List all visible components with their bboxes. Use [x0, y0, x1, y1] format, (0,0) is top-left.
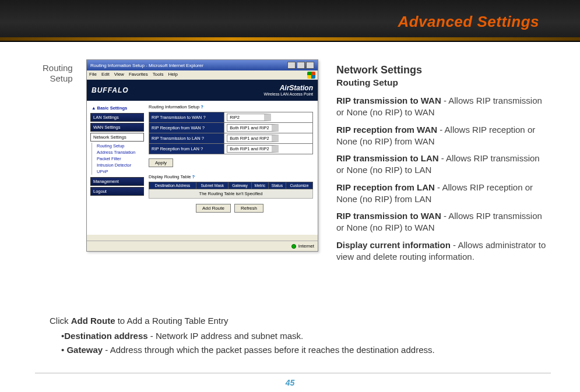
desc-subtitle: Routing Setup	[336, 77, 549, 89]
triangle-icon: ▲	[92, 105, 96, 111]
routing-table-heading-text: Display Routing Table	[149, 174, 191, 179]
close-button[interactable]	[306, 62, 314, 69]
page-header-band: Advanced Settings	[0, 0, 580, 42]
desc-item-rip-rx-lan: RIP reception from LAN - Allows RIP rece…	[336, 182, 549, 206]
sidebar-sub-address-translation[interactable]: Address Translation	[92, 149, 144, 156]
col-subnet: Subnet Mask	[196, 182, 229, 189]
help-icon[interactable]: ?	[201, 104, 203, 110]
caption-line-1: Routing	[43, 63, 73, 73]
desc-item-display: Display current information - Allows adm…	[336, 239, 549, 263]
sidebar-heading-text: Basic Settings	[97, 105, 128, 111]
help-icon[interactable]: ?	[202, 136, 204, 141]
status-text: Internet	[298, 243, 314, 249]
menu-tools[interactable]: Tools	[153, 72, 164, 78]
bottom-bullet-destination: •Destination address - Network IP addres…	[61, 330, 551, 342]
caption-line-2: Setup	[50, 73, 73, 83]
rip-label-lan-tx: RIP Transmission to LAN ?	[149, 133, 224, 144]
page-number: 45	[0, 378, 580, 387]
brand-buffalo: BUFFALO	[92, 86, 129, 94]
desc-item-rip-rx-wan: RIP reception from WAN - Allows RIP rece…	[336, 124, 549, 148]
col-destination: Destination Address	[149, 182, 196, 189]
menu-help[interactable]: Help	[168, 72, 177, 78]
desc-item-rip-tx-lan: RIP transmission to LAN - Allows RIP tra…	[336, 153, 549, 176]
footer-divider	[35, 373, 551, 373]
panel-heading-text: Routing Information Setup	[149, 104, 199, 110]
routing-table: Destination Address Subnet Mask Gateway …	[149, 182, 313, 199]
rip-select-wan-rx[interactable]: Both RIP1 and RIP2	[227, 124, 279, 132]
screenshot-caption: Routing Setup	[43, 63, 73, 84]
sidebar-sub-intrusion-detector[interactable]: Intrusion Detector	[92, 162, 144, 168]
bottom-line-1: Click Add Route to Add a Routing Table E…	[50, 315, 551, 327]
rip-select-lan-tx[interactable]: Both RIP1 and RIP2	[227, 135, 279, 142]
bottom-bullet-gateway: • Gateway - Address through which the pa…	[61, 344, 551, 356]
main-panel: Routing Information Setup ? RIP Transmis…	[146, 101, 318, 235]
sidebar-item-lan-settings[interactable]: LAN Settings	[90, 113, 144, 122]
maximize-button[interactable]	[297, 62, 305, 69]
help-icon[interactable]: ?	[202, 125, 205, 130]
sidebar-item-management[interactable]: Management	[90, 177, 144, 186]
menu-file[interactable]: File	[89, 72, 97, 78]
desc-item-rip-tx-wan-2: RIP transmission to WAN - Allows RIP tra…	[336, 210, 549, 234]
window-titlebar: Routing Information Setup - Microsoft In…	[87, 60, 318, 70]
rip-label-wan-rx: RIP Reception from WAN ?	[149, 123, 224, 133]
sidebar-heading[interactable]: ▲ Basic Settings	[92, 105, 144, 111]
browser-statusbar: Internet	[87, 241, 318, 251]
rip-select-lan-rx[interactable]: Both RIP1 and RIP2	[227, 145, 279, 153]
col-customize: Customize	[286, 182, 313, 189]
add-route-button[interactable]: Add Route	[196, 204, 231, 213]
desc-title: Network Settings	[336, 63, 549, 77]
bottom-instructions: Click Add Route to Add a Routing Table E…	[50, 315, 551, 357]
window-buttons[interactable]	[287, 62, 314, 69]
help-icon[interactable]: ?	[203, 115, 205, 120]
brand-airstation: AirStation Wireless LAN Access Point	[264, 84, 313, 97]
window-title: Routing Information Setup - Microsoft In…	[90, 63, 203, 68]
admin-body: ▲ Basic Settings LAN Settings WAN Settin…	[87, 101, 318, 235]
sidebar-item-wan-settings[interactable]: WAN Settings	[90, 123, 144, 132]
rip-label-wan-tx: RIP Transmission to WAN ?	[149, 112, 224, 123]
desc-item-rip-tx-wan: RIP transmission to WAN - Allows RIP tra…	[336, 95, 549, 119]
help-icon[interactable]: ?	[201, 146, 203, 151]
routing-table-empty: The Routing Table isn't Specified	[149, 189, 313, 199]
menu-view[interactable]: View	[114, 72, 124, 78]
apply-button[interactable]: Apply	[149, 158, 173, 167]
rip-select-wan-tx[interactable]: RIP2	[227, 114, 271, 121]
sidebar: ▲ Basic Settings LAN Settings WAN Settin…	[87, 101, 146, 235]
help-icon[interactable]: ?	[192, 174, 195, 179]
windows-flag-icon	[307, 72, 315, 79]
sidebar-item-logout[interactable]: Logout	[90, 187, 144, 196]
screenshot-router-admin: Routing Information Setup - Microsoft In…	[86, 59, 318, 252]
refresh-button[interactable]: Refresh	[234, 204, 263, 213]
menu-edit[interactable]: Edit	[101, 72, 110, 78]
internet-zone-icon	[291, 244, 296, 249]
sidebar-sub-packet-filter[interactable]: Packet Filter	[92, 156, 144, 162]
col-gateway: Gateway	[229, 182, 251, 189]
rip-label-lan-rx: RIP Reception from LAN ?	[149, 144, 224, 154]
sidebar-sub-upnp[interactable]: UPnP	[92, 168, 144, 175]
rip-settings-table: RIP Transmission to WAN ? RIP2 RIP Recep…	[149, 112, 313, 154]
description-column: Network Settings Routing Setup RIP trans…	[336, 63, 549, 268]
menu-favorites[interactable]: Favorites	[129, 72, 148, 78]
sidebar-item-network-settings-active[interactable]: Network Settings	[90, 133, 144, 142]
page-title: Advanced Settings	[398, 13, 539, 31]
panel-heading: Routing Information Setup ?	[149, 104, 313, 110]
brand-airstation-sub: Wireless LAN Access Point	[264, 92, 313, 96]
sidebar-sub-routing-setup[interactable]: Routing Setup	[92, 143, 144, 149]
col-status: Status	[268, 182, 286, 189]
minimize-button[interactable]	[287, 62, 296, 69]
routing-table-heading: Display Routing Table ?	[149, 174, 313, 179]
col-metric: Metric	[251, 182, 268, 189]
brand-airstation-big: AirStation	[280, 84, 313, 92]
product-banner: BUFFALO AirStation Wireless LAN Access P…	[87, 80, 318, 101]
browser-menubar: File Edit View Favorites Tools Help	[87, 70, 318, 80]
